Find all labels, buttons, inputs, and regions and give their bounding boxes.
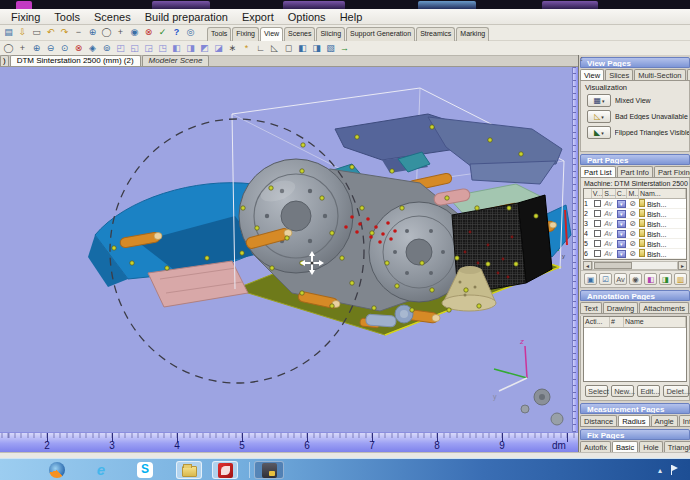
help-icon[interactable]: ? bbox=[170, 26, 183, 39]
select-all-icon[interactable]: ▣ bbox=[584, 273, 597, 285]
pan-view-icon[interactable]: + bbox=[114, 26, 127, 39]
ribbon-tab-tools[interactable]: Tools bbox=[207, 27, 231, 41]
color-dropdown-icon[interactable]: ▾ bbox=[617, 250, 626, 258]
scene-tab-modeler[interactable]: Modeler Scene bbox=[142, 55, 210, 66]
part-row[interactable]: 3 Av ▾ ⊘ Bish... bbox=[584, 219, 686, 229]
view-left-icon[interactable]: ◲ bbox=[142, 42, 155, 55]
scene-tab-machine[interactable]: DTM Sinterstation 2500 (mm) (2) bbox=[10, 55, 141, 66]
shade-all-icon[interactable]: Av bbox=[614, 273, 627, 285]
shaded-icon[interactable]: ◧ bbox=[296, 42, 309, 55]
slice-icon[interactable]: ⊘ bbox=[627, 249, 639, 258]
column-active[interactable]: Acti... bbox=[584, 317, 610, 327]
shading-icon[interactable]: Av bbox=[603, 250, 616, 257]
visibility-grid-icon[interactable]: ☑ bbox=[599, 273, 612, 285]
tab-text[interactable]: Text bbox=[580, 302, 602, 313]
tab-part-fixing-info[interactable]: Part Fixing Info bbox=[654, 166, 690, 177]
color-dropdown-icon[interactable]: ▾ bbox=[617, 200, 626, 208]
zoom-window-icon[interactable]: ◈ bbox=[86, 42, 99, 55]
textured-icon[interactable]: ▧ bbox=[324, 42, 337, 55]
view-corner-icon[interactable]: ∟ bbox=[254, 42, 267, 55]
zoom-extents-icon[interactable]: ⊚ bbox=[100, 42, 113, 55]
menu-build-preparation[interactable]: Build preparation bbox=[138, 10, 235, 24]
part-row[interactable]: 5 Av ▾ ⊘ Bish... bbox=[584, 239, 686, 249]
view-right-icon[interactable]: ◳ bbox=[156, 42, 169, 55]
unzoom-view-icon[interactable]: ⊗ bbox=[142, 26, 155, 39]
color-dropdown-icon[interactable]: ▾ bbox=[617, 240, 626, 248]
locate-part-icon[interactable]: ◉ bbox=[629, 273, 642, 285]
print-icon[interactable]: ▭ bbox=[30, 26, 43, 39]
taskbar-firefox-button[interactable] bbox=[44, 461, 70, 479]
ribbon-tab-slicing[interactable]: Slicing bbox=[316, 27, 345, 41]
column-color[interactable]: C... bbox=[616, 189, 628, 198]
shaded-edges-icon[interactable]: ◨ bbox=[310, 42, 323, 55]
show-origin-icon[interactable]: * bbox=[240, 42, 253, 55]
view-angle-icon[interactable]: ◺ bbox=[268, 42, 281, 55]
color-dropdown-icon[interactable]: ▾ bbox=[617, 220, 626, 228]
column-name[interactable]: Name bbox=[624, 317, 686, 327]
tab-part-info[interactable]: Part Info bbox=[617, 166, 653, 177]
menu-export[interactable]: Export bbox=[235, 10, 281, 24]
ribbon-tab-view[interactable]: View bbox=[260, 27, 283, 41]
verify-icon[interactable]: ✓ bbox=[156, 26, 169, 39]
panel-resize-icon[interactable]: ↕ bbox=[578, 55, 585, 69]
menu-scenes[interactable]: Scenes bbox=[87, 10, 138, 24]
menu-help[interactable]: Help bbox=[333, 10, 370, 24]
visible-checkbox[interactable] bbox=[594, 250, 601, 257]
flipped-triangles-button[interactable]: ◣ ▾ bbox=[587, 126, 611, 139]
shading-icon[interactable]: Av bbox=[603, 240, 616, 247]
tab-angle[interactable]: Angle bbox=[651, 415, 678, 426]
scroll-track[interactable] bbox=[592, 261, 678, 270]
rotate-view-icon[interactable]: ◯ bbox=[100, 26, 113, 39]
ribbon-tab-streamics[interactable]: Streamics bbox=[416, 27, 455, 41]
tab-view[interactable]: View bbox=[580, 69, 604, 80]
taskbar-active-app-button[interactable] bbox=[254, 461, 284, 479]
viewport-3d[interactable]: y bbox=[0, 67, 572, 432]
menu-fixing[interactable]: Fixing bbox=[4, 10, 47, 24]
scroll-left-icon[interactable]: ◂ bbox=[583, 261, 592, 270]
save-icon[interactable]: ▤ bbox=[2, 26, 15, 39]
tab-slices[interactable]: Slices bbox=[605, 69, 633, 80]
color-dropdown-icon[interactable]: ▾ bbox=[617, 230, 626, 238]
tab-radius[interactable]: Radius bbox=[618, 415, 649, 426]
slice-icon[interactable]: ⊘ bbox=[627, 209, 639, 218]
tab-autofix[interactable]: Autofix bbox=[580, 441, 611, 452]
tab-hole[interactable]: Hole bbox=[639, 441, 662, 452]
import-icon[interactable]: ⇩ bbox=[16, 26, 29, 39]
part-row[interactable]: 1 Av ▾ ⊘ Bish... bbox=[584, 199, 686, 209]
undo-icon[interactable]: ↶ bbox=[44, 26, 57, 39]
view-top-icon[interactable]: ◧ bbox=[170, 42, 183, 55]
shading-icon[interactable]: Av bbox=[603, 210, 616, 217]
tab-info[interactable]: Info bbox=[679, 415, 690, 426]
column-marking[interactable]: M... bbox=[627, 189, 639, 198]
pan-icon[interactable]: + bbox=[16, 42, 29, 55]
bad-edges-button[interactable]: ◺ ▾ bbox=[587, 110, 611, 123]
zoom-view-icon[interactable]: ◉ bbox=[128, 26, 141, 39]
tab-multi-section[interactable]: Multi-Section bbox=[634, 69, 685, 80]
show-axes-icon[interactable]: ∗ bbox=[226, 42, 239, 55]
select-button[interactable]: Select bbox=[585, 385, 608, 397]
annotation-list[interactable]: Acti... # Name bbox=[583, 316, 687, 382]
wireframe-icon[interactable]: ◻ bbox=[282, 42, 295, 55]
search-icon[interactable]: ◎ bbox=[184, 26, 197, 39]
visible-checkbox[interactable] bbox=[594, 200, 601, 207]
column-number[interactable]: # bbox=[610, 317, 624, 327]
taskbar-skype-button[interactable]: S bbox=[132, 461, 158, 479]
menu-tools[interactable]: Tools bbox=[47, 10, 87, 24]
tab-part-list[interactable]: Part List bbox=[580, 166, 616, 177]
taskbar-ie-button[interactable]: e bbox=[88, 461, 114, 479]
scroll-right-icon[interactable]: ▸ bbox=[678, 261, 687, 270]
mixed-view-button[interactable]: ▦ ▾ bbox=[587, 94, 611, 107]
edit-button[interactable]: Edit... bbox=[637, 385, 660, 397]
view-bottom-icon[interactable]: ◨ bbox=[184, 42, 197, 55]
delete-button[interactable]: Delet... bbox=[663, 385, 689, 397]
ribbon-tab-fixing[interactable]: Fixing bbox=[232, 27, 259, 41]
ribbon-tab-marking[interactable]: Marking bbox=[456, 27, 489, 41]
column-name[interactable]: Nam... bbox=[639, 189, 686, 198]
zoom-fit-icon[interactable]: ⊙ bbox=[58, 42, 71, 55]
tab-triangle[interactable]: Triangle bbox=[664, 441, 690, 452]
ribbon-tab-support-generation[interactable]: Support Generation bbox=[346, 27, 415, 41]
shading-icon[interactable]: Av bbox=[603, 200, 616, 207]
redo-icon[interactable]: ↷ bbox=[58, 26, 71, 39]
slice-icon[interactable]: ⊘ bbox=[627, 239, 639, 248]
view-iso-back-icon[interactable]: ◪ bbox=[212, 42, 225, 55]
